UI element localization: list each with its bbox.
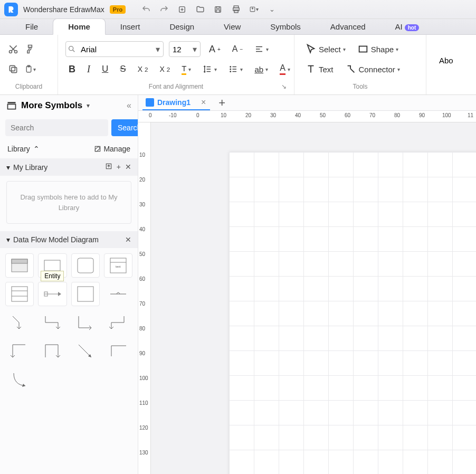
- svg-rect-46: [12, 287, 27, 301]
- format-painter-icon[interactable]: [24, 43, 36, 55]
- svg-rect-5: [216, 10, 220, 12]
- svg-point-26: [230, 67, 231, 68]
- save-icon[interactable]: [213, 5, 223, 14]
- shape-item[interactable]: [104, 310, 132, 335]
- select-tool-button[interactable]: Select▾: [302, 41, 349, 57]
- canvas[interactable]: [151, 122, 476, 474]
- superscript-button[interactable]: X2: [135, 63, 151, 75]
- font-color-button[interactable]: A▾: [277, 61, 293, 77]
- redo-icon[interactable]: [159, 5, 169, 14]
- connector-tool-button[interactable]: Connector▾: [342, 61, 403, 77]
- shape-item[interactable]: [5, 339, 34, 363]
- chevron-down-icon[interactable]: ▾: [87, 102, 90, 109]
- search-input[interactable]: [5, 119, 108, 136]
- menu-view[interactable]: View: [209, 19, 255, 34]
- menu-design[interactable]: Design: [155, 19, 209, 34]
- manage-button[interactable]: Manage: [94, 145, 130, 153]
- shape-item[interactable]: [104, 339, 132, 363]
- underline-button[interactable]: U: [99, 62, 111, 77]
- export-icon[interactable]: ▾: [249, 5, 259, 14]
- open-icon[interactable]: [195, 5, 205, 14]
- library-row: Library ⌃ Manage: [0, 139, 138, 158]
- ribbon-group-label: Tools: [302, 83, 418, 92]
- menu-advanced[interactable]: Advanced: [316, 19, 380, 34]
- align-icon[interactable]: ▾: [251, 42, 272, 56]
- bullet-list-button[interactable]: ▾: [225, 62, 246, 76]
- chevron-down-icon: ▾: [6, 235, 10, 244]
- document-icon: [146, 98, 154, 107]
- italic-button[interactable]: I: [84, 62, 93, 77]
- cut-icon[interactable]: [7, 43, 19, 55]
- shape-item[interactable]: [5, 253, 34, 278]
- dfm-section-header[interactable]: ▾ Data Flow Model Diagram ✕: [0, 231, 138, 248]
- new-icon[interactable]: [177, 5, 187, 14]
- shape-item[interactable]: text: [104, 253, 132, 278]
- ribbon-group-label: Clipboard: [7, 83, 50, 92]
- shape-item[interactable]: [5, 310, 34, 335]
- shape-item[interactable]: Entity: [38, 282, 66, 306]
- close-tab-icon[interactable]: ×: [201, 98, 206, 107]
- paste-icon[interactable]: ▾: [24, 63, 36, 75]
- hot-badge: hot: [405, 24, 420, 31]
- library-drop-area[interactable]: Drag symbols here to add to My Library: [6, 181, 131, 224]
- chevron-down-icon[interactable]: ▾: [188, 44, 200, 54]
- dialog-launcher-icon[interactable]: ↘: [281, 83, 287, 90]
- menu-symbols[interactable]: Symbols: [255, 19, 316, 34]
- font-name-input[interactable]: [78, 45, 151, 54]
- shape-item[interactable]: [71, 339, 100, 363]
- canvas-row: 10 20 30 40 50 60 70 80 90 100 110 120 1…: [138, 122, 476, 474]
- document-name: Drawing1: [157, 98, 191, 107]
- canvas-area: Drawing1 × + 0 -10 0 10 20 30 40 50 60 7…: [138, 95, 476, 474]
- svg-rect-4: [216, 6, 219, 8]
- my-library-section-header[interactable]: ▾ My Library + ✕: [0, 158, 138, 176]
- drawing-page[interactable]: [229, 152, 476, 474]
- menu-ai[interactable]: AIhot: [380, 19, 434, 34]
- strikethrough-button[interactable]: S: [117, 62, 129, 77]
- chevron-down-icon[interactable]: ▾: [151, 44, 163, 54]
- quick-access-toolbar: ▾ ⌄: [141, 5, 277, 14]
- expand-icon[interactable]: ⌃: [33, 145, 40, 153]
- collapse-panel-icon[interactable]: «: [127, 101, 131, 110]
- panel-title: More Symbols: [21, 100, 82, 111]
- font-name-combo[interactable]: ▾: [65, 41, 164, 57]
- svg-marker-51: [58, 292, 61, 296]
- line-spacing-button[interactable]: ▾: [199, 62, 220, 76]
- add-icon[interactable]: +: [117, 163, 121, 172]
- menu-file[interactable]: File: [11, 19, 53, 34]
- copy-icon[interactable]: [7, 63, 19, 75]
- print-icon[interactable]: [231, 5, 241, 14]
- shape-item[interactable]: [5, 367, 34, 392]
- text-highlight-button[interactable]: T▾: [178, 62, 194, 77]
- section-title: My Library: [13, 163, 47, 172]
- shape-item[interactable]: [71, 282, 100, 306]
- font-size-combo[interactable]: ▾: [169, 41, 201, 57]
- add-tab-button[interactable]: +: [218, 96, 225, 110]
- text-tool-button[interactable]: Text: [302, 61, 337, 77]
- svg-text:text: text: [116, 265, 121, 268]
- shape-item[interactable]: [38, 310, 66, 335]
- menu-home[interactable]: Home: [53, 18, 106, 35]
- subscript-button[interactable]: X2: [156, 63, 173, 75]
- document-tab[interactable]: Drawing1 ×: [142, 96, 210, 110]
- menu-insert[interactable]: Insert: [106, 19, 155, 34]
- import-icon[interactable]: [105, 163, 112, 172]
- bold-button[interactable]: B: [65, 62, 79, 77]
- shape-item[interactable]: [71, 310, 100, 335]
- close-icon[interactable]: ✕: [125, 163, 131, 172]
- shape-item[interactable]: [104, 282, 132, 306]
- more-icon[interactable]: ⌄: [267, 5, 277, 14]
- close-icon[interactable]: ✕: [125, 235, 131, 244]
- shape-tool-button[interactable]: Shape▾: [354, 41, 402, 57]
- search-button[interactable]: Search: [111, 119, 138, 136]
- undo-icon[interactable]: [141, 5, 151, 14]
- vertical-ruler: 10 20 30 40 50 60 70 80 90 100 110 120 1…: [138, 122, 151, 474]
- symbol-search: Search: [0, 116, 138, 139]
- decrease-font-icon[interactable]: A−: [229, 42, 246, 56]
- text-direction-button[interactable]: ab▾: [251, 63, 271, 76]
- font-size-input[interactable]: [169, 45, 188, 54]
- svg-rect-35: [8, 102, 16, 103]
- increase-font-icon[interactable]: A+: [206, 42, 224, 57]
- shape-item[interactable]: [5, 282, 34, 306]
- shape-item[interactable]: [71, 253, 100, 278]
- shape-item[interactable]: [38, 339, 66, 363]
